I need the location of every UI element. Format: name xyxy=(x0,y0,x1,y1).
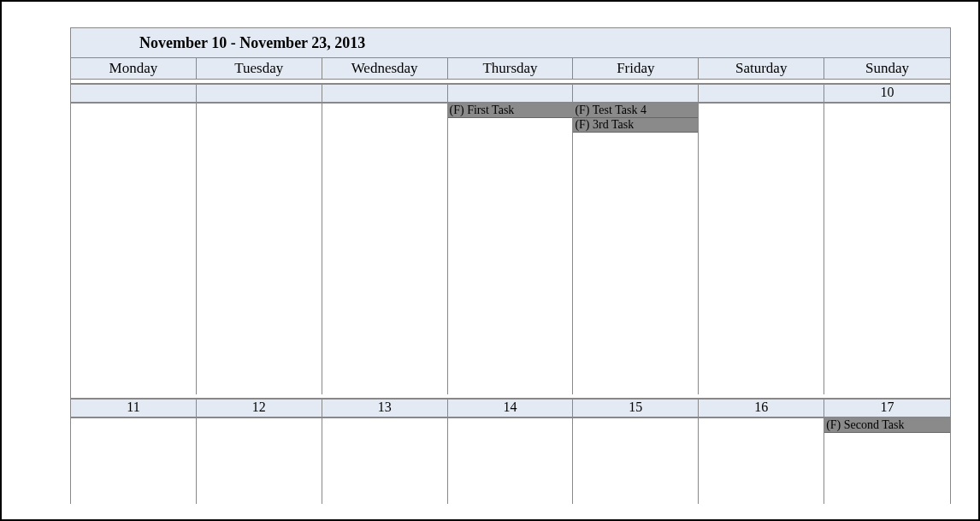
day-cell-monday[interactable] xyxy=(71,418,197,504)
day-cell-tuesday[interactable] xyxy=(197,418,322,504)
weekday-tuesday: Tuesday xyxy=(197,58,322,79)
task-item[interactable]: (F) 3rd Task xyxy=(573,118,698,133)
day-cell-tuesday[interactable] xyxy=(197,104,322,394)
date-cell: 10 xyxy=(824,85,950,102)
calendar-title: November 10 - November 23, 2013 xyxy=(139,34,365,52)
week1-content-row: (F) First Task (F) Test Task 4 (F) 3rd T… xyxy=(70,102,951,394)
day-cell-thursday[interactable]: (F) First Task xyxy=(448,104,574,394)
day-cell-monday[interactable] xyxy=(71,104,197,394)
date-cell: 17 xyxy=(824,400,950,417)
day-cell-sunday[interactable] xyxy=(824,104,950,394)
task-item[interactable]: (F) Second Task xyxy=(824,418,950,433)
weekday-thursday: Thursday xyxy=(448,58,574,79)
date-cell xyxy=(322,85,448,102)
week2-date-row: 11 12 13 14 15 16 17 xyxy=(70,398,951,417)
weekday-monday: Monday xyxy=(71,58,197,79)
page-frame: November 10 - November 23, 2013 Monday T… xyxy=(0,0,980,521)
date-cell: 13 xyxy=(322,400,448,417)
week2-content-row: (F) Second Task xyxy=(70,417,951,504)
date-cell xyxy=(71,85,197,102)
date-cell: 11 xyxy=(71,400,197,417)
date-cell xyxy=(573,85,699,102)
day-cell-friday[interactable] xyxy=(573,418,699,504)
calendar-title-row: November 10 - November 23, 2013 xyxy=(70,27,951,58)
weekday-header: Monday Tuesday Wednesday Thursday Friday… xyxy=(70,58,951,80)
week1-date-row: 10 xyxy=(70,83,951,102)
day-cell-friday[interactable]: (F) Test Task 4 (F) 3rd Task xyxy=(573,104,699,394)
calendar: November 10 - November 23, 2013 Monday T… xyxy=(70,27,951,504)
day-cell-wednesday[interactable] xyxy=(322,418,448,504)
weekday-wednesday: Wednesday xyxy=(322,58,448,79)
day-cell-sunday[interactable]: (F) Second Task xyxy=(824,418,950,504)
date-cell xyxy=(197,85,322,102)
date-cell: 12 xyxy=(197,400,322,417)
date-cell: 16 xyxy=(699,400,824,417)
date-cell: 14 xyxy=(448,400,574,417)
date-cell xyxy=(699,85,824,102)
task-item[interactable]: (F) First Task xyxy=(448,104,573,118)
weekday-saturday: Saturday xyxy=(699,58,824,79)
task-item[interactable]: (F) Test Task 4 xyxy=(573,104,698,118)
day-cell-saturday[interactable] xyxy=(699,104,824,394)
day-cell-thursday[interactable] xyxy=(448,418,574,504)
date-cell xyxy=(448,85,574,102)
day-cell-saturday[interactable] xyxy=(699,418,824,504)
day-cell-wednesday[interactable] xyxy=(322,104,448,394)
weekday-friday: Friday xyxy=(573,58,699,79)
date-cell: 15 xyxy=(573,400,699,417)
weekday-sunday: Sunday xyxy=(824,58,950,79)
